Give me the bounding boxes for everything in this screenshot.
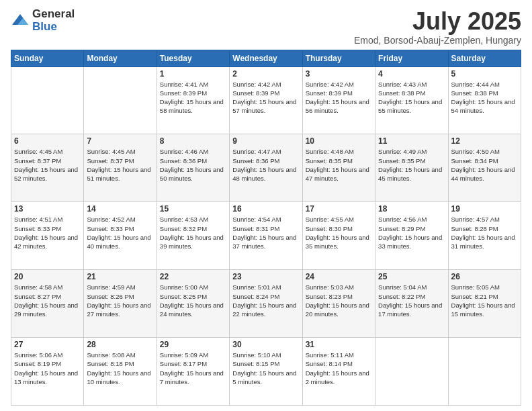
day-info: Sunrise: 4:59 AM Sunset: 8:26 PM Dayligh…	[87, 283, 153, 318]
calendar-cell: 6Sunrise: 4:45 AM Sunset: 8:37 PM Daylig…	[11, 134, 84, 202]
day-info: Sunrise: 4:44 AM Sunset: 8:38 PM Dayligh…	[451, 80, 518, 116]
day-info: Sunrise: 4:54 AM Sunset: 8:31 PM Dayligh…	[232, 215, 299, 250]
day-number: 30	[232, 340, 299, 349]
calendar-header-friday: Friday	[375, 50, 448, 66]
logo-text: General Blue	[32, 8, 75, 33]
day-number: 21	[87, 272, 153, 281]
day-number: 19	[451, 204, 518, 214]
day-info: Sunrise: 5:11 AM Sunset: 8:14 PM Dayligh…	[306, 351, 372, 386]
calendar-cell: 14Sunrise: 4:52 AM Sunset: 8:33 PM Dayli…	[84, 202, 157, 270]
logo: General Blue	[11, 8, 75, 33]
day-number: 4	[378, 69, 445, 79]
calendar-cell: 26Sunrise: 5:05 AM Sunset: 8:21 PM Dayli…	[448, 270, 521, 338]
day-number: 11	[378, 136, 445, 146]
calendar-header-monday: Monday	[84, 50, 157, 66]
day-info: Sunrise: 4:49 AM Sunset: 8:35 PM Dayligh…	[378, 147, 445, 183]
title-block: July 2025 Emod, Borsod-Abauj-Zemplen, Hu…	[354, 8, 521, 46]
day-info: Sunrise: 4:50 AM Sunset: 8:34 PM Dayligh…	[451, 147, 518, 183]
calendar-cell: 1Sunrise: 4:41 AM Sunset: 8:39 PM Daylig…	[157, 66, 229, 134]
day-number: 7	[87, 136, 153, 146]
calendar-cell: 28Sunrise: 5:08 AM Sunset: 8:18 PM Dayli…	[84, 338, 157, 406]
day-number: 26	[451, 272, 518, 281]
calendar-week-row: 13Sunrise: 4:51 AM Sunset: 8:33 PM Dayli…	[11, 202, 521, 270]
calendar-cell: 27Sunrise: 5:06 AM Sunset: 8:19 PM Dayli…	[11, 338, 84, 406]
day-number: 22	[160, 272, 226, 281]
logo-icon	[11, 11, 30, 30]
day-number: 6	[14, 136, 81, 146]
day-number: 12	[451, 136, 518, 146]
day-info: Sunrise: 4:45 AM Sunset: 8:37 PM Dayligh…	[87, 147, 153, 183]
page: General Blue July 2025 Emod, Borsod-Abau…	[0, 0, 532, 411]
calendar-cell: 30Sunrise: 5:10 AM Sunset: 8:15 PM Dayli…	[230, 338, 302, 406]
day-number: 5	[451, 69, 518, 79]
location: Emod, Borsod-Abauj-Zemplen, Hungary	[354, 35, 521, 46]
day-info: Sunrise: 4:43 AM Sunset: 8:38 PM Dayligh…	[378, 80, 445, 116]
day-number: 13	[14, 204, 81, 214]
day-number: 27	[14, 340, 81, 349]
day-number: 10	[306, 136, 372, 146]
day-number: 1	[160, 69, 226, 79]
day-info: Sunrise: 5:01 AM Sunset: 8:24 PM Dayligh…	[232, 283, 299, 318]
day-number: 23	[232, 272, 299, 281]
day-info: Sunrise: 4:56 AM Sunset: 8:29 PM Dayligh…	[378, 215, 445, 250]
calendar-cell: 12Sunrise: 4:50 AM Sunset: 8:34 PM Dayli…	[448, 134, 521, 202]
day-info: Sunrise: 5:00 AM Sunset: 8:25 PM Dayligh…	[160, 283, 226, 318]
day-number: 15	[160, 204, 226, 214]
day-info: Sunrise: 4:53 AM Sunset: 8:32 PM Dayligh…	[160, 215, 226, 250]
day-number: 20	[14, 272, 81, 281]
day-number: 2	[232, 69, 299, 79]
day-info: Sunrise: 4:42 AM Sunset: 8:39 PM Dayligh…	[306, 80, 372, 116]
calendar-cell	[448, 338, 521, 406]
day-info: Sunrise: 5:04 AM Sunset: 8:22 PM Dayligh…	[378, 283, 445, 318]
calendar-cell: 29Sunrise: 5:09 AM Sunset: 8:17 PM Dayli…	[157, 338, 229, 406]
calendar-cell: 25Sunrise: 5:04 AM Sunset: 8:22 PM Dayli…	[375, 270, 448, 338]
day-number: 31	[306, 340, 372, 349]
calendar-week-row: 6Sunrise: 4:45 AM Sunset: 8:37 PM Daylig…	[11, 134, 521, 202]
calendar-cell: 22Sunrise: 5:00 AM Sunset: 8:25 PM Dayli…	[157, 270, 229, 338]
calendar-cell: 5Sunrise: 4:44 AM Sunset: 8:38 PM Daylig…	[448, 66, 521, 134]
day-number: 18	[378, 204, 445, 214]
day-info: Sunrise: 4:45 AM Sunset: 8:37 PM Dayligh…	[14, 147, 81, 183]
calendar-cell: 4Sunrise: 4:43 AM Sunset: 8:38 PM Daylig…	[375, 66, 448, 134]
header: General Blue July 2025 Emod, Borsod-Abau…	[11, 8, 521, 46]
calendar-cell: 11Sunrise: 4:49 AM Sunset: 8:35 PM Dayli…	[375, 134, 448, 202]
calendar-cell: 15Sunrise: 4:53 AM Sunset: 8:32 PM Dayli…	[157, 202, 229, 270]
calendar-cell: 8Sunrise: 4:46 AM Sunset: 8:36 PM Daylig…	[157, 134, 229, 202]
day-info: Sunrise: 4:48 AM Sunset: 8:35 PM Dayligh…	[306, 147, 372, 183]
day-number: 14	[87, 204, 153, 214]
calendar-cell: 3Sunrise: 4:42 AM Sunset: 8:39 PM Daylig…	[302, 66, 375, 134]
calendar-cell: 16Sunrise: 4:54 AM Sunset: 8:31 PM Dayli…	[230, 202, 302, 270]
calendar-cell: 31Sunrise: 5:11 AM Sunset: 8:14 PM Dayli…	[302, 338, 375, 406]
day-info: Sunrise: 5:08 AM Sunset: 8:18 PM Dayligh…	[87, 351, 153, 386]
calendar-cell: 13Sunrise: 4:51 AM Sunset: 8:33 PM Dayli…	[11, 202, 84, 270]
day-info: Sunrise: 5:06 AM Sunset: 8:19 PM Dayligh…	[14, 351, 81, 386]
calendar-header-row: SundayMondayTuesdayWednesdayThursdayFrid…	[11, 50, 521, 66]
month-title: July 2025	[354, 8, 521, 35]
day-info: Sunrise: 5:10 AM Sunset: 8:15 PM Dayligh…	[232, 351, 299, 386]
calendar-cell: 18Sunrise: 4:56 AM Sunset: 8:29 PM Dayli…	[375, 202, 448, 270]
day-info: Sunrise: 4:52 AM Sunset: 8:33 PM Dayligh…	[87, 215, 153, 250]
calendar-cell: 19Sunrise: 4:57 AM Sunset: 8:28 PM Dayli…	[448, 202, 521, 270]
calendar-cell	[84, 66, 157, 134]
day-number: 29	[160, 340, 226, 349]
calendar-week-row: 27Sunrise: 5:06 AM Sunset: 8:19 PM Dayli…	[11, 338, 521, 406]
day-number: 28	[87, 340, 153, 349]
day-number: 16	[232, 204, 299, 214]
day-info: Sunrise: 5:05 AM Sunset: 8:21 PM Dayligh…	[451, 283, 518, 318]
day-number: 3	[306, 69, 372, 79]
day-info: Sunrise: 4:57 AM Sunset: 8:28 PM Dayligh…	[451, 215, 518, 250]
day-info: Sunrise: 4:41 AM Sunset: 8:39 PM Dayligh…	[160, 80, 226, 116]
calendar: SundayMondayTuesdayWednesdayThursdayFrid…	[11, 50, 521, 406]
calendar-cell: 9Sunrise: 4:47 AM Sunset: 8:36 PM Daylig…	[230, 134, 302, 202]
day-number: 8	[160, 136, 226, 146]
logo-general-text: General	[32, 8, 75, 21]
calendar-cell: 21Sunrise: 4:59 AM Sunset: 8:26 PM Dayli…	[84, 270, 157, 338]
day-number: 24	[306, 272, 372, 281]
calendar-header-saturday: Saturday	[448, 50, 521, 66]
calendar-header-sunday: Sunday	[11, 50, 84, 66]
calendar-cell: 20Sunrise: 4:58 AM Sunset: 8:27 PM Dayli…	[11, 270, 84, 338]
calendar-cell: 24Sunrise: 5:03 AM Sunset: 8:23 PM Dayli…	[302, 270, 375, 338]
day-info: Sunrise: 4:42 AM Sunset: 8:39 PM Dayligh…	[232, 80, 299, 116]
calendar-cell: 10Sunrise: 4:48 AM Sunset: 8:35 PM Dayli…	[302, 134, 375, 202]
day-number: 9	[232, 136, 299, 146]
